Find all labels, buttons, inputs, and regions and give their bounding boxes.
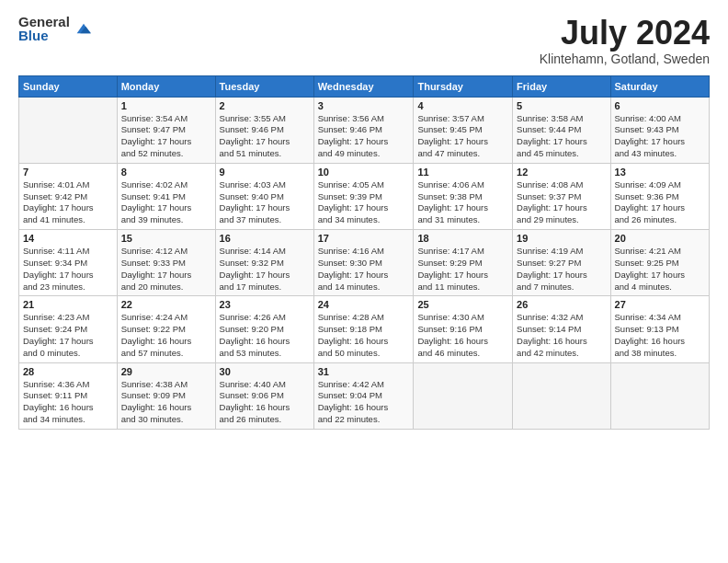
day-number: 26: [517, 299, 606, 310]
title-section: July 2024 Klintehamn, Gotland, Sweden: [540, 15, 710, 66]
month-year: July 2024: [540, 15, 710, 52]
day-info: Sunrise: 4:34 AM Sunset: 9:13 PM Dayligh…: [615, 312, 705, 359]
day-cell: 26Sunrise: 4:32 AM Sunset: 9:14 PM Dayli…: [513, 296, 610, 362]
day-info: Sunrise: 4:12 AM Sunset: 9:33 PM Dayligh…: [121, 246, 211, 293]
day-cell: 14Sunrise: 4:11 AM Sunset: 9:34 PM Dayli…: [19, 230, 118, 296]
day-cell: 6Sunrise: 4:00 AM Sunset: 9:43 PM Daylig…: [610, 97, 709, 163]
day-number: 1: [121, 100, 211, 111]
day-info: Sunrise: 4:38 AM Sunset: 9:09 PM Dayligh…: [121, 379, 211, 426]
day-cell: [414, 362, 513, 429]
day-number: 12: [517, 167, 606, 178]
day-info: Sunrise: 4:02 AM Sunset: 9:41 PM Dayligh…: [121, 179, 211, 226]
day-number: 13: [615, 167, 705, 178]
day-cell: 9Sunrise: 4:03 AM Sunset: 9:40 PM Daylig…: [215, 163, 313, 229]
day-cell: 3Sunrise: 3:56 AM Sunset: 9:46 PM Daylig…: [313, 97, 414, 163]
day-number: 23: [220, 299, 310, 310]
day-cell: 27Sunrise: 4:34 AM Sunset: 9:13 PM Dayli…: [610, 296, 709, 362]
day-cell: 13Sunrise: 4:09 AM Sunset: 9:36 PM Dayli…: [610, 163, 709, 229]
day-number: 17: [318, 233, 410, 244]
header-thursday: Thursday: [414, 75, 513, 97]
day-number: 30: [220, 366, 310, 377]
day-cell: 23Sunrise: 4:26 AM Sunset: 9:20 PM Dayli…: [215, 296, 313, 362]
day-cell: 18Sunrise: 4:17 AM Sunset: 9:29 PM Dayli…: [414, 230, 513, 296]
day-info: Sunrise: 4:42 AM Sunset: 9:04 PM Dayligh…: [318, 379, 410, 426]
week-row-2: 14Sunrise: 4:11 AM Sunset: 9:34 PM Dayli…: [19, 230, 710, 296]
day-info: Sunrise: 4:05 AM Sunset: 9:39 PM Dayligh…: [318, 179, 410, 226]
day-number: 29: [121, 366, 211, 377]
week-row-4: 28Sunrise: 4:36 AM Sunset: 9:11 PM Dayli…: [19, 362, 710, 429]
header-friday: Friday: [513, 75, 610, 97]
day-cell: 10Sunrise: 4:05 AM Sunset: 9:39 PM Dayli…: [313, 163, 414, 229]
logo-text: General Blue: [18, 15, 70, 42]
week-row-0: 1Sunrise: 3:54 AM Sunset: 9:47 PM Daylig…: [19, 97, 710, 163]
day-cell: 1Sunrise: 3:54 AM Sunset: 9:47 PM Daylig…: [117, 97, 215, 163]
page: General Blue July 2024 Klintehamn, Gotla…: [0, 0, 728, 563]
day-cell: 7Sunrise: 4:01 AM Sunset: 9:42 PM Daylig…: [19, 163, 118, 229]
day-info: Sunrise: 4:21 AM Sunset: 9:25 PM Dayligh…: [615, 246, 705, 293]
day-cell: 19Sunrise: 4:19 AM Sunset: 9:27 PM Dayli…: [513, 230, 610, 296]
day-info: Sunrise: 4:19 AM Sunset: 9:27 PM Dayligh…: [517, 246, 606, 293]
header-wednesday: Wednesday: [313, 75, 414, 97]
header-tuesday: Tuesday: [215, 75, 313, 97]
header-saturday: Saturday: [610, 75, 709, 97]
day-number: 11: [417, 167, 508, 178]
day-number: 7: [23, 167, 113, 178]
day-info: Sunrise: 4:36 AM Sunset: 9:11 PM Dayligh…: [23, 379, 113, 426]
day-cell: 17Sunrise: 4:16 AM Sunset: 9:30 PM Dayli…: [313, 230, 414, 296]
day-info: Sunrise: 3:54 AM Sunset: 9:47 PM Dayligh…: [121, 113, 211, 160]
day-cell: [19, 97, 118, 163]
day-info: Sunrise: 3:57 AM Sunset: 9:45 PM Dayligh…: [417, 113, 508, 160]
day-number: 8: [121, 167, 211, 178]
header-monday: Monday: [117, 75, 215, 97]
day-number: 16: [220, 233, 310, 244]
day-number: 10: [318, 167, 410, 178]
day-info: Sunrise: 4:09 AM Sunset: 9:36 PM Dayligh…: [615, 179, 705, 226]
day-info: Sunrise: 3:56 AM Sunset: 9:46 PM Dayligh…: [318, 113, 410, 160]
day-number: 19: [517, 233, 606, 244]
day-number: 15: [121, 233, 211, 244]
day-info: Sunrise: 4:06 AM Sunset: 9:38 PM Dayligh…: [417, 179, 508, 226]
day-cell: 30Sunrise: 4:40 AM Sunset: 9:06 PM Dayli…: [215, 362, 313, 429]
day-info: Sunrise: 3:55 AM Sunset: 9:46 PM Dayligh…: [220, 113, 310, 160]
day-info: Sunrise: 4:16 AM Sunset: 9:30 PM Dayligh…: [318, 246, 410, 293]
day-cell: 25Sunrise: 4:30 AM Sunset: 9:16 PM Dayli…: [414, 296, 513, 362]
day-cell: [610, 362, 709, 429]
header: General Blue July 2024 Klintehamn, Gotla…: [18, 15, 710, 66]
day-number: 24: [318, 299, 410, 310]
day-number: 3: [318, 100, 410, 111]
day-info: Sunrise: 4:26 AM Sunset: 9:20 PM Dayligh…: [220, 312, 310, 359]
day-info: Sunrise: 4:03 AM Sunset: 9:40 PM Dayligh…: [220, 179, 310, 226]
day-info: Sunrise: 4:00 AM Sunset: 9:43 PM Dayligh…: [615, 113, 705, 160]
day-info: Sunrise: 3:58 AM Sunset: 9:44 PM Dayligh…: [517, 113, 606, 160]
day-number: 25: [417, 299, 508, 310]
header-sunday: Sunday: [19, 75, 118, 97]
day-cell: 24Sunrise: 4:28 AM Sunset: 9:18 PM Dayli…: [313, 296, 414, 362]
day-number: 22: [121, 299, 211, 310]
day-number: 28: [23, 366, 113, 377]
day-cell: 2Sunrise: 3:55 AM Sunset: 9:46 PM Daylig…: [215, 97, 313, 163]
day-info: Sunrise: 4:23 AM Sunset: 9:24 PM Dayligh…: [23, 312, 113, 359]
day-cell: 16Sunrise: 4:14 AM Sunset: 9:32 PM Dayli…: [215, 230, 313, 296]
day-cell: 28Sunrise: 4:36 AM Sunset: 9:11 PM Dayli…: [19, 362, 118, 429]
logo-general: General: [18, 15, 70, 29]
day-number: 21: [23, 299, 113, 310]
day-number: 14: [23, 233, 113, 244]
day-info: Sunrise: 4:24 AM Sunset: 9:22 PM Dayligh…: [121, 312, 211, 359]
day-cell: 22Sunrise: 4:24 AM Sunset: 9:22 PM Dayli…: [117, 296, 215, 362]
logo-blue: Blue: [18, 29, 70, 42]
day-cell: 15Sunrise: 4:12 AM Sunset: 9:33 PM Dayli…: [117, 230, 215, 296]
day-info: Sunrise: 4:01 AM Sunset: 9:42 PM Dayligh…: [23, 179, 113, 226]
day-number: 5: [517, 100, 606, 111]
day-info: Sunrise: 4:32 AM Sunset: 9:14 PM Dayligh…: [517, 312, 606, 359]
day-info: Sunrise: 4:17 AM Sunset: 9:29 PM Dayligh…: [417, 246, 508, 293]
day-info: Sunrise: 4:30 AM Sunset: 9:16 PM Dayligh…: [417, 312, 508, 359]
day-number: 20: [615, 233, 705, 244]
day-number: 2: [220, 100, 310, 111]
day-info: Sunrise: 4:11 AM Sunset: 9:34 PM Dayligh…: [23, 246, 113, 293]
day-number: 18: [417, 233, 508, 244]
day-number: 4: [417, 100, 508, 111]
logo: General Blue: [18, 15, 94, 42]
day-cell: 20Sunrise: 4:21 AM Sunset: 9:25 PM Dayli…: [610, 230, 709, 296]
header-row: SundayMondayTuesdayWednesdayThursdayFrid…: [19, 75, 710, 97]
week-row-1: 7Sunrise: 4:01 AM Sunset: 9:42 PM Daylig…: [19, 163, 710, 229]
